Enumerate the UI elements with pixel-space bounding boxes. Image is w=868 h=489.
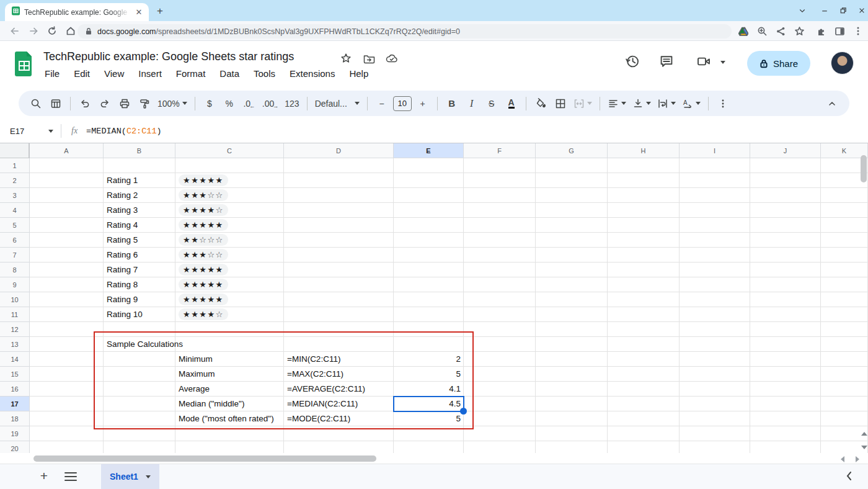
sheets-logo-icon[interactable]	[15, 52, 33, 79]
search-icon[interactable]	[27, 95, 45, 112]
row-header-12[interactable]: 12	[0, 322, 30, 337]
undo-icon[interactable]	[76, 95, 94, 112]
row-header-20[interactable]: 20	[0, 441, 30, 453]
row-header-8[interactable]: 8	[0, 262, 30, 277]
borders-button[interactable]	[552, 95, 569, 112]
cell-H7[interactable]	[608, 248, 680, 262]
row-header-10[interactable]: 10	[0, 292, 30, 307]
cell-I1[interactable]	[680, 158, 750, 173]
row-header-18[interactable]: 18	[0, 411, 30, 426]
cell-C9[interactable]: ★★★★★	[175, 277, 284, 292]
star-rating-chip[interactable]: ★★★★★	[179, 219, 228, 231]
cell-B13[interactable]: Sample Calculations	[104, 337, 175, 352]
cell-H20[interactable]	[608, 441, 680, 453]
cell-J19[interactable]	[750, 426, 821, 441]
spreadsheet-grid[interactable]: ABCDEFGHIJK12345678910111213141516171819…	[0, 143, 868, 453]
cell-F19[interactable]	[464, 426, 536, 441]
cell-C3[interactable]: ★★★☆☆	[175, 188, 284, 203]
cell-C7[interactable]: ★★★☆☆	[175, 248, 284, 262]
cell-F10[interactable]	[464, 292, 536, 307]
share-button[interactable]: Share	[747, 51, 810, 76]
cell-G17[interactable]	[536, 397, 608, 411]
forward-icon[interactable]	[27, 25, 40, 37]
cell-E13[interactable]	[394, 337, 464, 352]
cell-F20[interactable]	[464, 441, 536, 453]
cell-F1[interactable]	[464, 158, 536, 173]
cell-I19[interactable]	[680, 426, 750, 441]
cell-C14[interactable]: Minimum	[175, 352, 284, 367]
cell-G18[interactable]	[536, 411, 608, 426]
cell-G9[interactable]	[536, 277, 608, 292]
vertical-align-button[interactable]	[631, 95, 653, 112]
cell-H9[interactable]	[608, 277, 680, 292]
text-wrap-button[interactable]	[655, 95, 678, 112]
sheet-tab-dropdown-icon[interactable]	[146, 475, 151, 478]
cell-B12[interactable]	[104, 322, 175, 337]
cell-G19[interactable]	[536, 426, 608, 441]
video-call-icon[interactable]	[696, 53, 712, 70]
cell-B16[interactable]	[104, 382, 175, 397]
vertical-scroll-thumb[interactable]	[861, 155, 867, 182]
cell-F14[interactable]	[464, 352, 536, 367]
row-header-4[interactable]: 4	[0, 203, 30, 218]
cell-G8[interactable]	[536, 262, 608, 277]
cell-J12[interactable]	[750, 322, 821, 337]
decrease-font-size-button[interactable]: −	[373, 95, 391, 112]
vertical-scrollbar[interactable]	[859, 143, 868, 453]
cell-E4[interactable]	[394, 203, 464, 218]
cell-J16[interactable]	[750, 382, 821, 397]
cell-I5[interactable]	[680, 218, 750, 233]
cell-E6[interactable]	[394, 233, 464, 248]
fill-handle[interactable]	[460, 408, 467, 415]
selected-cell-outline[interactable]	[393, 396, 464, 412]
cell-C10[interactable]: ★★★★★	[175, 292, 284, 307]
cell-H13[interactable]	[608, 337, 680, 352]
cell-A17[interactable]	[30, 397, 104, 411]
cell-G16[interactable]	[536, 382, 608, 397]
star-rating-chip[interactable]: ★★★★☆	[179, 204, 228, 216]
row-header-16[interactable]: 16	[0, 382, 30, 397]
cell-F13[interactable]	[464, 337, 536, 352]
strikethrough-button[interactable]: S	[483, 95, 500, 112]
cell-J14[interactable]	[750, 352, 821, 367]
cell-F9[interactable]	[464, 277, 536, 292]
column-header-G[interactable]: G	[536, 143, 608, 158]
cell-A13[interactable]	[30, 337, 104, 352]
increase-decimal-button[interactable]: .00→	[260, 95, 280, 112]
star-rating-chip[interactable]: ★★★★★	[179, 279, 228, 290]
cell-H1[interactable]	[608, 158, 680, 173]
cell-D10[interactable]	[284, 292, 394, 307]
side-panel-icon[interactable]	[833, 25, 846, 37]
toolbar-more-kebab-icon[interactable]	[714, 95, 732, 112]
cell-C18[interactable]: Mode ("most often rated")	[175, 411, 284, 426]
column-header-A[interactable]: A	[30, 143, 104, 158]
cell-I18[interactable]	[680, 411, 750, 426]
move-to-folder-icon[interactable]	[363, 52, 375, 65]
cell-A4[interactable]	[30, 203, 104, 218]
row-header-6[interactable]: 6	[0, 233, 30, 248]
cell-G14[interactable]	[536, 352, 608, 367]
cell-A9[interactable]	[30, 277, 104, 292]
cell-G15[interactable]	[536, 367, 608, 382]
scroll-up-arrow-icon[interactable]	[861, 432, 867, 436]
add-sheet-button[interactable]: +	[36, 468, 52, 484]
window-close-icon[interactable]	[857, 6, 867, 16]
row-header-15[interactable]: 15	[0, 367, 30, 382]
all-sheets-menu-icon[interactable]	[64, 472, 77, 481]
cell-G7[interactable]	[536, 248, 608, 262]
cell-A11[interactable]	[30, 307, 104, 322]
cell-I8[interactable]	[680, 262, 750, 277]
cell-B6[interactable]: Rating 5	[104, 233, 175, 248]
cell-F6[interactable]	[464, 233, 536, 248]
menu-file[interactable]: File	[45, 68, 60, 79]
cell-F5[interactable]	[464, 218, 536, 233]
sheet-tab-sheet1[interactable]: Sheet1	[101, 464, 159, 489]
cell-C19[interactable]	[175, 426, 284, 441]
cell-I4[interactable]	[680, 203, 750, 218]
column-header-F[interactable]: F	[464, 143, 536, 158]
url-bar[interactable]: docs.google.com/spreadsheets/d/1MDzBUBnk…	[78, 24, 732, 38]
cell-F16[interactable]	[464, 382, 536, 397]
window-menu-chevron-icon[interactable]	[797, 6, 807, 16]
window-minimize-icon[interactable]	[820, 6, 830, 16]
cell-G2[interactable]	[536, 173, 608, 188]
